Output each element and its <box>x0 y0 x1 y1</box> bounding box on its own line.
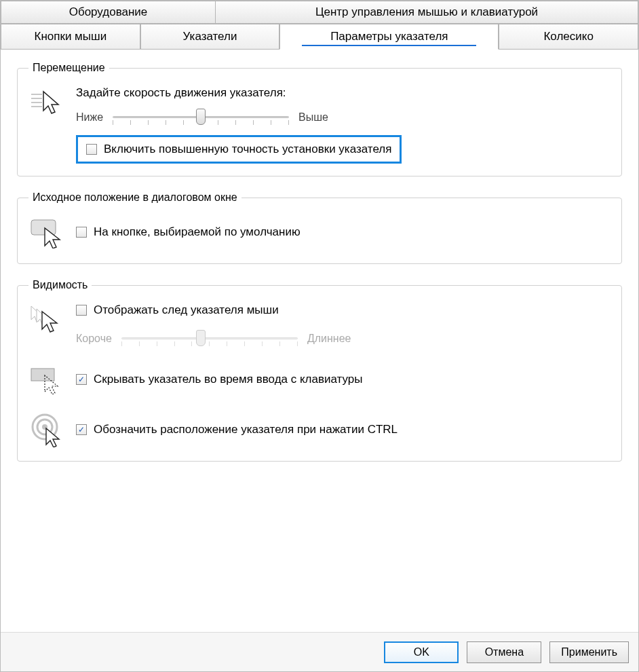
snapto-label: На кнопке, выбираемой по умолчанию <box>94 225 301 239</box>
hide-typing-icon <box>28 360 66 398</box>
slider-high-label: Выше <box>298 111 328 124</box>
tab-buttons[interactable]: Кнопки мыши <box>1 24 140 50</box>
trails-low-label: Короче <box>76 333 112 345</box>
ctrl-locate-checkbox[interactable]: ✓ <box>76 424 87 435</box>
tab-mouse-keyboard-center[interactable]: Центр управления мышью и клавиатурой <box>216 1 638 24</box>
enhance-precision-label: Включить повышенную точность установки у… <box>104 143 391 156</box>
snapto-checkbox[interactable] <box>76 227 87 238</box>
ctrl-locate-label: Обозначить расположение указателя при на… <box>94 423 398 436</box>
tab-wheel[interactable]: Колесико <box>499 24 638 50</box>
pointer-trails-icon <box>28 301 66 339</box>
slider-low-label: Ниже <box>76 111 103 124</box>
cancel-button[interactable]: Отмена <box>467 641 541 663</box>
group-visibility: Видимость Отображать след указателя мы <box>17 279 622 462</box>
hide-typing-label: Скрывать указатель во время ввода с клав… <box>94 373 363 386</box>
svg-rect-5 <box>31 369 54 381</box>
trails-high-label: Длиннее <box>307 333 351 345</box>
hide-typing-checkbox[interactable]: ✓ <box>76 374 87 385</box>
group-snapto-legend: Исходное положение в диалоговом окне <box>28 191 241 204</box>
motion-heading: Задайте скорость движения указателя: <box>76 86 611 100</box>
top-tab-row: Оборудование Центр управления мышью и кл… <box>1 1 638 24</box>
pointer-speed-slider-row: Ниже Выше <box>76 107 611 128</box>
snapto-icon <box>28 213 66 251</box>
dialog-footer: OK Отмена Применить <box>1 632 638 671</box>
trails-slider-row: Короче Длиннее <box>76 328 611 350</box>
group-motion-legend: Перемещение <box>28 62 109 74</box>
group-visibility-legend: Видимость <box>28 279 92 291</box>
pointer-trails-checkbox[interactable] <box>76 305 87 316</box>
group-motion: Перемещение Задайте скорость движен <box>17 62 622 176</box>
tab-pointers[interactable]: Указатели <box>140 24 280 50</box>
tab-pointer-options[interactable]: Параметры указателя <box>279 24 499 50</box>
group-snapto: Исходное положение в диалоговом окне На … <box>17 191 622 264</box>
enhance-precision-checkbox[interactable] <box>86 144 97 155</box>
pointer-speed-slider[interactable] <box>113 107 289 128</box>
apply-button[interactable]: Применить <box>549 641 629 663</box>
cursor-speed-icon <box>28 83 66 122</box>
svg-rect-4 <box>31 220 56 235</box>
tab-hardware[interactable]: Оборудование <box>1 1 216 24</box>
trails-length-slider <box>121 328 298 350</box>
pointer-options-panel: Перемещение Задайте скорость движен <box>1 50 638 462</box>
ctrl-locate-icon <box>28 411 66 449</box>
pointer-trails-label: Отображать след указателя мыши <box>94 303 279 317</box>
second-tab-row: Кнопки мыши Указатели Параметры указател… <box>1 24 638 50</box>
ok-button[interactable]: OK <box>384 641 459 663</box>
mouse-properties-dialog: Оборудование Центр управления мышью и кл… <box>0 0 639 672</box>
enhance-precision-focus: Включить повышенную точность установки у… <box>76 135 402 164</box>
